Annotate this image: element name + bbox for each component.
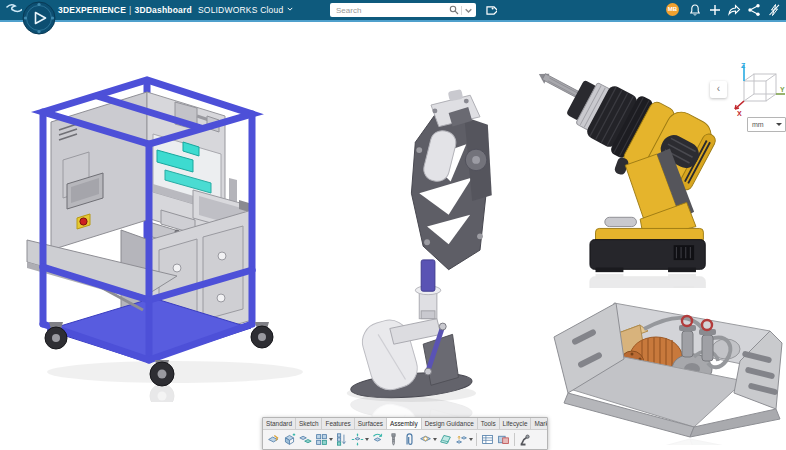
app-name: 3DDashboard	[134, 5, 191, 15]
notifications-bell-icon[interactable]	[688, 3, 702, 17]
units-dropdown[interactable]: mm	[747, 117, 786, 132]
tab-assembly[interactable]: Assembly	[387, 418, 422, 429]
platform-chevron-down-icon[interactable]	[287, 6, 293, 12]
toolbar-separator	[476, 433, 477, 446]
reference-geometry-icon[interactable]	[438, 432, 453, 448]
view-cube[interactable]: Z Y X	[728, 60, 786, 118]
interference-detection-icon[interactable]	[496, 432, 511, 448]
exploded-view-icon[interactable]	[454, 432, 469, 448]
cordless-drill-model[interactable]	[536, 48, 722, 288]
assembly-features-dropdown-icon[interactable]	[433, 438, 437, 441]
exploded-view-dropdown-icon[interactable]	[469, 438, 473, 441]
tab-marketplace[interactable]: Marketplace	[531, 418, 547, 429]
brand-text: 3DEXPERIENCE|3DDashboardSOLIDWORKS Cloud	[58, 0, 293, 20]
command-tabs: Standard Sketch Features Surfaces Assemb…	[263, 418, 547, 430]
share-arrow-icon[interactable]	[727, 3, 741, 17]
compass-icon[interactable]	[22, 1, 56, 35]
toolbox-engine-model[interactable]	[543, 273, 785, 445]
toolbar-separator	[514, 433, 515, 446]
command-bar: Standard Sketch Features Surfaces Assemb…	[262, 417, 548, 450]
search-input[interactable]	[330, 6, 449, 15]
prosthetic-leg-model[interactable]	[333, 86, 529, 422]
tab-features[interactable]: Features	[322, 418, 354, 429]
search-icon[interactable]	[449, 5, 459, 15]
insert-assembly-icon[interactable]	[298, 432, 313, 448]
move-component-dropdown-icon[interactable]	[365, 438, 369, 441]
mate-icon[interactable]	[402, 432, 417, 448]
3ds-logo	[4, 3, 22, 17]
search-scope-chevron-icon[interactable]	[464, 6, 473, 15]
rotate-component-icon[interactable]	[370, 432, 385, 448]
bill-of-materials-icon[interactable]	[480, 432, 495, 448]
brand-3dexperience: 3DEXPERIENCE	[58, 5, 126, 15]
motion-study-icon[interactable]	[518, 432, 533, 448]
axis-z-label: Z	[741, 62, 746, 69]
brand-divider: |	[129, 5, 131, 15]
tab-design-guidance[interactable]: Design Guidance	[422, 418, 478, 429]
edit-component-icon[interactable]	[266, 432, 281, 448]
add-icon[interactable]	[708, 3, 722, 17]
3d-canvas[interactable]: ‹ Z Y X mm	[0, 20, 786, 450]
tab-sketch[interactable]: Sketch	[296, 418, 323, 429]
search-divider	[461, 6, 462, 15]
linear-component-pattern-icon[interactable]	[314, 432, 329, 448]
avatar[interactable]: MB	[666, 3, 679, 16]
share-network-icon[interactable]	[747, 3, 761, 17]
machine-cart-model[interactable]	[24, 72, 316, 402]
component-pattern-icon[interactable]	[334, 432, 349, 448]
move-component-icon[interactable]	[350, 432, 365, 448]
tag-icon[interactable]	[484, 4, 497, 17]
tab-lifecycle[interactable]: Lifecycle	[500, 418, 532, 429]
smart-fasteners-icon[interactable]	[386, 432, 401, 448]
offline-status-icon[interactable]	[767, 3, 781, 17]
tab-standard[interactable]: Standard	[263, 418, 296, 429]
units-value: mm	[748, 121, 776, 128]
insert-components-icon[interactable]	[282, 432, 297, 448]
linear-pattern-dropdown-icon[interactable]	[329, 438, 333, 441]
panel-collapse-button[interactable]: ‹	[710, 81, 727, 98]
global-search[interactable]	[330, 3, 476, 17]
axis-y-label: Y	[780, 86, 785, 93]
platform-name[interactable]: SOLIDWORKS Cloud	[198, 5, 283, 15]
command-icons-row	[263, 430, 547, 449]
tab-tools[interactable]: Tools	[478, 418, 500, 429]
units-chevron-icon	[776, 123, 782, 126]
axis-x-label: X	[737, 110, 742, 117]
tab-surfaces[interactable]: Surfaces	[355, 418, 387, 429]
assembly-features-icon[interactable]	[418, 432, 433, 448]
top-bar: 3DEXPERIENCE|3DDashboardSOLIDWORKS Cloud…	[0, 0, 786, 22]
